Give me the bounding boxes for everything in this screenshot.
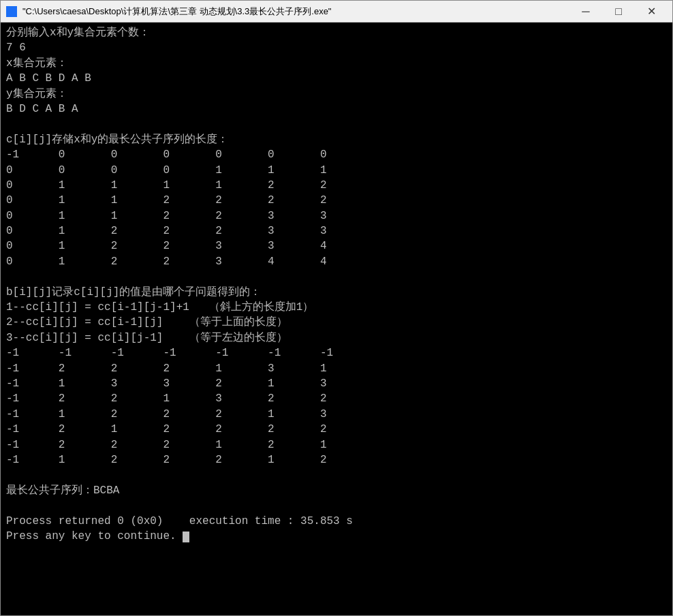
window-title: "C:\Users\caesa\Desktop\计算机算法\第三章 动态规划\3… — [22, 5, 570, 18]
maximize-button[interactable]: □ — [603, 2, 634, 21]
window: "C:\Users\caesa\Desktop\计算机算法\第三章 动态规划\3… — [0, 0, 673, 616]
window-controls: ─ □ ✕ — [570, 2, 667, 21]
cursor — [183, 532, 189, 542]
console-output: 分别输入x和y集合元素个数： 7 6 x集合元素： A B C B D A B … — [1, 22, 672, 615]
title-bar: "C:\Users\caesa\Desktop\计算机算法\第三章 动态规划\3… — [1, 1, 672, 22]
app-icon — [6, 6, 17, 17]
close-button[interactable]: ✕ — [636, 2, 667, 21]
minimize-button[interactable]: ─ — [570, 2, 601, 21]
